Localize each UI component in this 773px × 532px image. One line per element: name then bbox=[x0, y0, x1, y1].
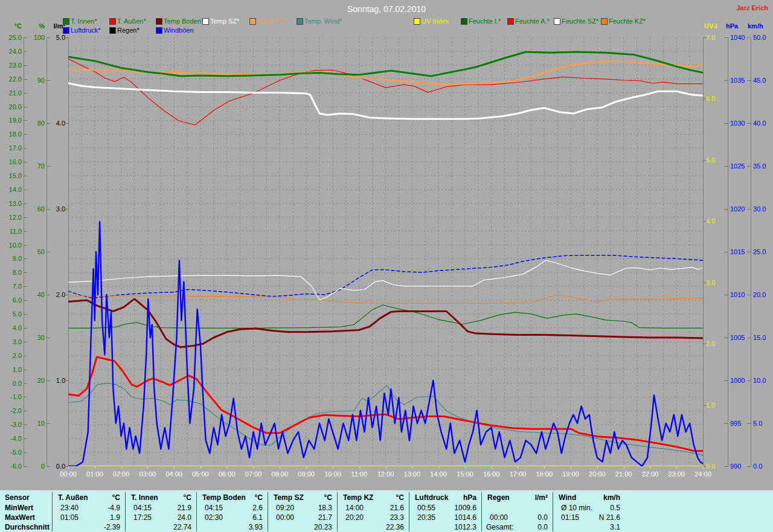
tick-kmh: 50.0 bbox=[753, 34, 773, 41]
table-cell: 1012.3 bbox=[415, 523, 476, 531]
table-separator bbox=[337, 492, 338, 531]
table-cell: N 21.6 bbox=[559, 513, 620, 522]
tickmark bbox=[724, 252, 728, 252]
tickmark bbox=[724, 423, 728, 424]
tick-kmh: 30.0 bbox=[753, 205, 773, 213]
tick-kmh: 0.0 bbox=[753, 463, 773, 470]
tickmark bbox=[47, 166, 50, 167]
tickmark bbox=[24, 314, 27, 315]
hpa-axis-line bbox=[728, 37, 728, 467]
tick-uv: 2.0 bbox=[706, 340, 724, 347]
legend-swatch bbox=[63, 18, 69, 25]
tick-lm2: 1.0 bbox=[46, 377, 65, 384]
x-tick-label: 13:00 bbox=[399, 470, 425, 478]
tickmark bbox=[724, 209, 728, 210]
tickmark bbox=[724, 338, 728, 338]
legend-label: Feuchte A.* bbox=[515, 18, 550, 25]
tick-temp_c: 18.0 bbox=[0, 130, 22, 138]
author-label: Jarz Erich bbox=[736, 4, 768, 11]
tick-temp_c: -2.0 bbox=[0, 407, 22, 414]
legend-label: T. Innen* bbox=[71, 18, 97, 25]
chart-plot-area[interactable] bbox=[68, 37, 703, 466]
table-cell: Sensor bbox=[5, 493, 51, 502]
tickmark bbox=[24, 438, 27, 439]
x-tickmark bbox=[465, 466, 466, 469]
tickmark bbox=[47, 80, 50, 81]
tickmark bbox=[65, 123, 68, 124]
tick-temp_c: 21.0 bbox=[0, 89, 22, 97]
tick-temp_c: 7.0 bbox=[0, 283, 22, 290]
tickmark bbox=[747, 123, 751, 124]
x-tick-label: 16:00 bbox=[478, 470, 505, 478]
tickmark bbox=[703, 405, 706, 406]
tickmark bbox=[724, 123, 728, 124]
x-tickmark bbox=[518, 466, 518, 469]
tickmark bbox=[24, 217, 27, 218]
x-tickmark bbox=[359, 466, 360, 469]
table-cell: 1014.6 bbox=[415, 513, 476, 522]
tick-kmh: 25.0 bbox=[753, 248, 773, 255]
table-cell: MaxWert bbox=[5, 513, 51, 522]
x-tick-label: 01:00 bbox=[82, 470, 108, 478]
x-tick-label: 04:00 bbox=[161, 470, 187, 478]
tick-temp_c: -3.0 bbox=[0, 421, 22, 428]
tick-uv: 5.0 bbox=[706, 156, 724, 164]
legend-label: Temp SZ* bbox=[210, 18, 239, 25]
x-tickmark bbox=[254, 466, 254, 469]
tickmark bbox=[47, 252, 50, 252]
table-cell: 18.3 bbox=[274, 504, 332, 512]
legend-label: Luftdruck* bbox=[71, 27, 101, 34]
table-cell: 20.23 bbox=[274, 523, 332, 531]
table-cell: 0.0 bbox=[487, 513, 548, 522]
tickmark bbox=[24, 176, 27, 176]
x-tick-label: 08:00 bbox=[266, 470, 293, 478]
legend-label: Feuchte I.* bbox=[469, 18, 501, 25]
table-cell: -4.9 bbox=[58, 504, 120, 512]
table-separator bbox=[553, 492, 553, 531]
tick-temp_c: 5.0 bbox=[0, 310, 22, 318]
tickmark bbox=[703, 344, 706, 344]
table-cell: °C bbox=[202, 493, 263, 502]
table-cell: 21.6 bbox=[343, 504, 404, 512]
tickmark bbox=[747, 209, 751, 210]
legend-swatch bbox=[601, 18, 608, 25]
tickmark bbox=[24, 65, 27, 66]
tick-lm2: 0.0 bbox=[46, 463, 65, 470]
tickmark bbox=[24, 286, 27, 287]
table-cell: 2.6 bbox=[202, 504, 263, 512]
tick-temp_c: 17.0 bbox=[0, 144, 22, 152]
tick-uv: 0.0 bbox=[706, 463, 724, 470]
table-cell: MinWert bbox=[5, 504, 51, 512]
legend-label: Feuchte KZ* bbox=[609, 18, 646, 25]
x-tick-label: 12:00 bbox=[373, 470, 399, 478]
tick-temp_c: 11.0 bbox=[0, 228, 22, 235]
tick-temp_c: 9.0 bbox=[0, 255, 22, 262]
tickmark bbox=[47, 423, 50, 424]
x-tick-label: 10:00 bbox=[319, 470, 346, 478]
x-tickmark bbox=[412, 466, 412, 469]
legend-swatch bbox=[249, 18, 256, 25]
legend-label: T. Außen* bbox=[117, 18, 146, 25]
x-tick-label: 07:00 bbox=[240, 470, 267, 478]
x-tick-label: 03:00 bbox=[134, 470, 161, 478]
tickmark bbox=[703, 160, 706, 161]
table-cell: 6.1 bbox=[202, 513, 263, 522]
legend-swatch bbox=[297, 18, 303, 25]
tick-lm2: 5.0 bbox=[46, 34, 65, 41]
tickmark bbox=[24, 148, 27, 149]
table-cell: 3.1 bbox=[559, 523, 620, 531]
x-tick-label: 05:00 bbox=[187, 470, 214, 478]
tickmark bbox=[24, 134, 27, 135]
tick-temp_c: 25.0 bbox=[0, 34, 22, 41]
table-cell: °C bbox=[343, 493, 404, 502]
tick-temp_c: 23.0 bbox=[0, 62, 22, 69]
tick-uv: 3.0 bbox=[706, 279, 724, 286]
tickmark bbox=[24, 190, 27, 190]
tickmark bbox=[724, 37, 728, 38]
table-separator bbox=[409, 492, 409, 531]
tick-percent: 0 bbox=[24, 463, 45, 470]
legend-label: Temp Boden* bbox=[164, 18, 204, 25]
table-cell: 0.0 bbox=[487, 523, 548, 531]
tickmark bbox=[24, 342, 27, 342]
tick-percent: 100 bbox=[24, 34, 45, 41]
